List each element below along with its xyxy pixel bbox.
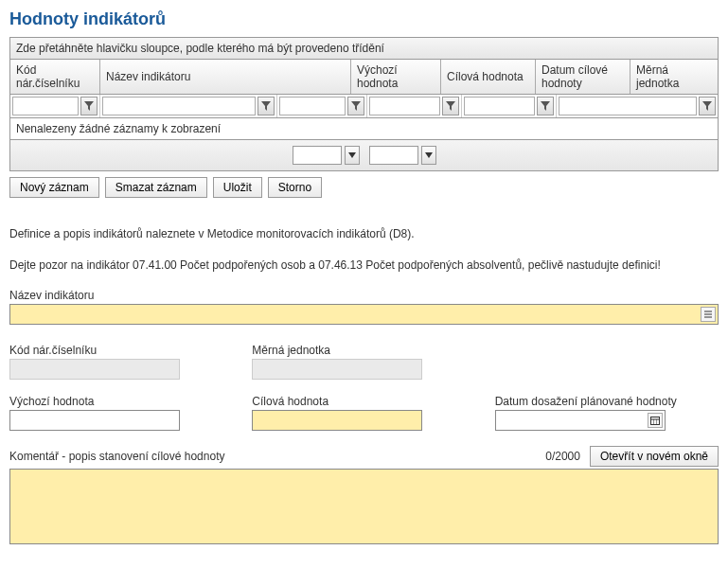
action-buttons: Nový záznam Smazat záznam Uložit Storno [9,177,719,198]
filter-icon[interactable] [537,97,554,115]
komentar-counter: 0/2000 [545,450,580,463]
filter-input-kod[interactable] [12,97,79,115]
filter-input-jednotka[interactable] [559,97,697,115]
filter-icon[interactable] [80,97,98,115]
nazev-label: Název indikátoru [9,289,719,302]
col-header-vychozi[interactable]: Výchozí hodnota [351,60,441,94]
col-header-datum[interactable]: Datum cílové hodnoty [536,60,630,94]
svg-rect-3 [650,417,659,424]
chevron-down-icon[interactable] [345,146,360,165]
filter-icon[interactable] [257,97,275,115]
save-button[interactable]: Uložit [213,177,262,198]
jednotka-input [252,359,422,380]
filter-input-cilova[interactable] [369,97,440,115]
pager-input-2[interactable] [369,146,418,165]
open-new-window-button[interactable]: Otevřít v novém okně [590,446,719,467]
filter-input-nazev[interactable] [102,97,256,115]
calendar-icon[interactable] [648,413,663,428]
komentar-textarea[interactable] [9,469,719,544]
info-text-2: Dejte pozor na indikátor 07.41.00 Počet … [9,257,719,274]
new-record-button[interactable]: Nový záznam [9,177,99,198]
jednotka-label: Měrná jednotka [252,344,475,357]
komentar-label: Komentář - popis stanovení cílové hodnot… [9,450,536,463]
grid-group-hint[interactable]: Zde přetáhněte hlavičku sloupce, podle k… [10,38,718,60]
indicators-grid: Zde přetáhněte hlavičku sloupce, podle k… [9,37,719,171]
filter-input-datum[interactable] [464,97,535,115]
delete-record-button[interactable]: Smazat záznam [105,177,207,198]
info-text-1: Definice a popis indikátorů naleznete v … [9,226,719,242]
filter-icon[interactable] [699,97,716,115]
kod-input [9,359,180,380]
cilova-input[interactable] [252,410,422,431]
datum-label: Datum dosažení plánované hodnoty [495,395,719,408]
grid-footer [10,140,718,170]
grid-no-records: Nenalezeny žádné záznamy k zobrazení [10,118,718,140]
indicator-form: Název indikátoru Kód nár.číselníku Měrná… [9,289,719,547]
pager-input-1[interactable] [293,146,342,165]
page-title: Hodnoty indikátorů [9,9,719,29]
col-header-jednotka[interactable]: Měrná jednotka [630,60,718,94]
col-header-cilova[interactable]: Cílová hodnota [441,60,536,94]
chevron-down-icon[interactable] [421,146,436,165]
grid-filter-row [10,95,718,118]
vychozi-input[interactable] [9,410,180,431]
list-icon[interactable] [701,307,716,322]
filter-icon[interactable] [442,97,459,115]
cilova-label: Cílová hodnota [252,395,475,408]
grid-header-row: Kód nár.číselníku Název indikátoru Výcho… [10,60,718,95]
filter-input-vychozi[interactable] [279,97,346,115]
cancel-button[interactable]: Storno [268,177,322,198]
nazev-input[interactable] [9,304,719,325]
col-header-kod[interactable]: Kód nár.číselníku [10,60,100,94]
vychozi-label: Výchozí hodnota [9,395,233,408]
datum-input[interactable] [495,410,666,431]
kod-label: Kód nár.číselníku [9,344,233,357]
col-header-nazev[interactable]: Název indikátoru [100,60,351,94]
filter-icon[interactable] [347,97,364,115]
